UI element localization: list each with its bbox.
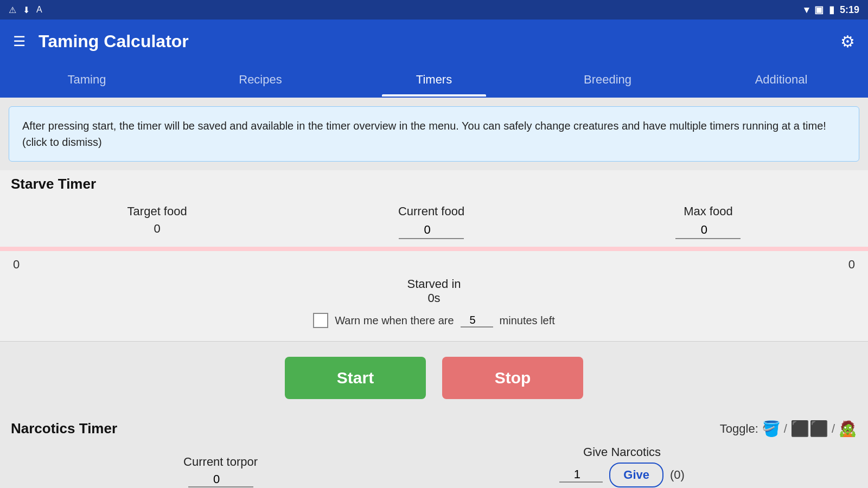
alert-icon: ⚠: [9, 5, 16, 15]
tab-taming[interactable]: Taming: [0, 63, 174, 97]
time-display: 5:19: [840, 4, 859, 16]
toggle-sep-1: /: [784, 422, 787, 436]
stop-button[interactable]: Stop: [442, 357, 583, 399]
app-bar: ☰ Taming Calculator ⚙: [0, 20, 868, 63]
minmax-row: 0 0: [0, 255, 868, 274]
warn-label-1: Warn me when there are: [335, 314, 454, 327]
current-food-field: Current food: [398, 204, 464, 239]
status-bar: ⚠ ⬇ A ▾ ▣ ▮ 5:19: [0, 0, 868, 20]
start-button[interactable]: Start: [285, 357, 426, 399]
target-food-field: Target food 0: [127, 204, 187, 236]
battery-icon: ▮: [829, 4, 834, 16]
narcotics-timer-title: Narcotics Timer: [11, 420, 117, 437]
narcotics-timer-section: Narcotics Timer Toggle: 🪣 / ⬛⬛ / 🧟 Curre…: [0, 414, 868, 488]
min-value: 0: [13, 258, 20, 272]
app-bar-left: ☰ Taming Calculator: [13, 31, 189, 52]
max-value: 0: [848, 258, 855, 272]
a-icon: A: [36, 5, 42, 15]
settings-icon[interactable]: ⚙: [840, 32, 855, 51]
status-bar-right: ▾ ▣ ▮ 5:19: [804, 4, 859, 16]
starve-timer-title: Starve Timer: [0, 170, 868, 196]
hamburger-menu[interactable]: ☰: [13, 33, 25, 50]
warn-minutes-input[interactable]: [461, 314, 493, 328]
max-food-field: Max food: [675, 204, 741, 239]
toggle-label: Toggle:: [720, 422, 758, 436]
target-food-label: Target food: [127, 204, 187, 219]
starve-progress-bar: [0, 247, 868, 251]
toggle-row: Toggle: 🪣 / ⬛⬛ / 🧟: [720, 420, 857, 438]
toggle-icon-2[interactable]: ⬛⬛: [790, 420, 828, 438]
give-narcotics-field: Give Narcotics Give (0): [559, 445, 685, 487]
buttons-row: Start Stop: [0, 342, 868, 414]
narcotics-header-row: Narcotics Timer Toggle: 🪣 / ⬛⬛ / 🧟: [11, 414, 857, 441]
give-button[interactable]: Give: [609, 463, 663, 487]
warn-checkbox[interactable]: [313, 313, 328, 328]
toggle-icon-1[interactable]: 🪣: [762, 420, 781, 438]
signal-icon: ▣: [814, 4, 824, 16]
current-food-label: Current food: [398, 204, 464, 219]
give-group: Give (0): [559, 463, 685, 487]
tab-bar: Taming Recipes Timers Breeding Additiona…: [0, 63, 868, 98]
warn-label-2: minutes left: [500, 314, 555, 327]
starved-in-label: Starved in: [407, 277, 461, 291]
give-narcotics-label: Give Narcotics: [583, 445, 661, 459]
current-torpor-label: Current torpor: [183, 455, 258, 469]
tab-timers[interactable]: Timers: [347, 63, 521, 97]
toggle-sep-2: /: [832, 422, 835, 436]
tab-recipes[interactable]: Recipes: [174, 63, 347, 97]
status-bar-left: ⚠ ⬇ A: [9, 5, 42, 15]
info-banner[interactable]: After pressing start, the timer will be …: [9, 106, 859, 162]
current-food-input[interactable]: [399, 222, 464, 239]
warn-row: Warn me when there are minutes left: [0, 307, 868, 336]
give-count: (0): [670, 468, 685, 482]
starve-timer-section: Starve Timer Target food 0 Current food …: [0, 170, 868, 341]
current-torpor-field: Current torpor: [183, 455, 258, 487]
starved-in-value: 0s: [427, 291, 440, 305]
wifi-icon: ▾: [804, 4, 809, 16]
food-row: Target food 0 Current food Max food: [0, 196, 868, 242]
tab-additional[interactable]: Additional: [694, 63, 868, 97]
target-food-value: 0: [154, 222, 161, 236]
max-food-label: Max food: [684, 204, 733, 219]
starved-in-row: Starved in 0s: [0, 274, 868, 307]
download-icon: ⬇: [23, 5, 30, 15]
app-title: Taming Calculator: [39, 31, 189, 52]
max-food-input[interactable]: [675, 222, 741, 239]
narcotics-inputs-row: Current torpor Give Narcotics Give (0): [11, 441, 857, 488]
current-torpor-input[interactable]: [188, 472, 253, 487]
give-amount-input[interactable]: [559, 467, 603, 483]
tab-breeding[interactable]: Breeding: [521, 63, 694, 97]
toggle-icon-3[interactable]: 🧟: [838, 420, 857, 438]
